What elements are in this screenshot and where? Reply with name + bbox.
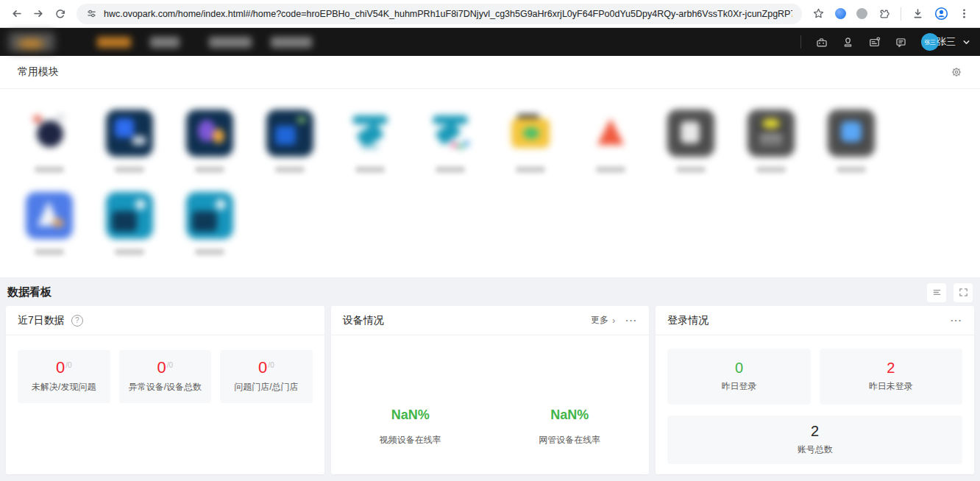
module-item-10[interactable] bbox=[747, 110, 795, 173]
fullscreen-button[interactable] bbox=[954, 283, 973, 302]
data-dashboard-section: 数据看板 近7日数据 ? 0/0 未解决/发现问题 0/0 bbox=[0, 277, 980, 474]
chevron-right-icon: › bbox=[612, 315, 615, 326]
module-item-9[interactable] bbox=[667, 110, 715, 173]
approval-stamp-icon[interactable] bbox=[842, 36, 854, 49]
module-tile-icon-5[interactable] bbox=[347, 110, 394, 157]
module-item-4[interactable] bbox=[266, 110, 314, 173]
stat-yesterday-no-login: 2 昨日未登录 bbox=[820, 349, 962, 405]
downloads-icon[interactable] bbox=[912, 7, 924, 20]
module-tile-icon-13[interactable] bbox=[106, 192, 153, 239]
stat-value: 2 bbox=[887, 360, 895, 375]
browser-forward-button[interactable] bbox=[28, 4, 49, 24]
device-rate-value: NaN% bbox=[391, 407, 430, 423]
more-link[interactable]: 更多› bbox=[591, 314, 615, 327]
workbench-icon[interactable] bbox=[815, 36, 828, 49]
refresh-icon bbox=[54, 8, 66, 20]
browser-refresh-button[interactable] bbox=[50, 4, 71, 24]
stat-value: 0 bbox=[735, 360, 743, 375]
card-week-header: 近7日数据 ? bbox=[6, 306, 324, 335]
module-item-14[interactable] bbox=[185, 192, 234, 255]
browser-address-bar[interactable]: hwc.ovopark.com/home/index.html#/home?co… bbox=[77, 4, 802, 24]
card-login-body: 0 昨日登录 2 昨日未登录 2 账号总数 bbox=[656, 335, 974, 464]
user-menu[interactable]: 张三 张三 bbox=[921, 33, 971, 51]
extension-icon-gray[interactable] bbox=[856, 8, 867, 19]
card-week-data: 近7日数据 ? 0/0 未解决/发现问题 0/0 异常设备/设备总数 0/0 问… bbox=[6, 306, 324, 474]
browser-menu-icon[interactable] bbox=[959, 7, 970, 20]
stat-problem-stores: 0/0 问题门店/总门店 bbox=[220, 350, 313, 403]
module-tile-icon-10[interactable] bbox=[748, 110, 795, 157]
module-tile-icon-8[interactable] bbox=[587, 110, 634, 157]
app-logo-blurred[interactable] bbox=[9, 32, 54, 51]
module-tile-icon-4[interactable] bbox=[266, 110, 313, 157]
card-device-title: 设备情况 bbox=[343, 314, 384, 327]
browser-profile-icon[interactable] bbox=[934, 7, 948, 21]
module-item-8[interactable] bbox=[586, 110, 635, 173]
module-item-7[interactable] bbox=[506, 110, 555, 173]
contact-card-icon[interactable] bbox=[868, 36, 881, 49]
module-item-6[interactable] bbox=[426, 110, 475, 173]
extension-icon-blue[interactable] bbox=[835, 8, 846, 19]
card-menu-icon[interactable]: ··· bbox=[625, 315, 637, 326]
module-item-5[interactable] bbox=[346, 110, 394, 173]
module-label-blurred bbox=[35, 166, 64, 173]
module-label-blurred bbox=[35, 249, 64, 255]
card-login-header: 登录情况 ··· bbox=[656, 306, 974, 335]
card-login-title: 登录情况 bbox=[667, 314, 709, 327]
app-topbar: 张三 张三 bbox=[0, 28, 980, 56]
bookmark-star-icon[interactable] bbox=[812, 7, 825, 20]
module-tile-icon-2[interactable] bbox=[106, 110, 153, 157]
module-label-blurred bbox=[115, 249, 144, 255]
dashboard-header: 数据看板 bbox=[6, 277, 974, 306]
help-icon[interactable]: ? bbox=[71, 315, 83, 327]
stat-total-accounts: 2 账号总数 bbox=[667, 416, 962, 464]
module-item-2[interactable] bbox=[105, 110, 154, 173]
browser-actions bbox=[808, 7, 974, 21]
nav-item-blurred-1[interactable] bbox=[97, 37, 131, 48]
url-text[interactable]: hwc.ovopark.com/home/index.html#/home?co… bbox=[104, 9, 792, 19]
module-label-blurred bbox=[837, 166, 866, 173]
card-menu-icon[interactable]: ··· bbox=[951, 315, 962, 326]
common-modules-section: 常用模块 bbox=[0, 56, 980, 277]
module-tile-icon-11[interactable] bbox=[828, 110, 875, 157]
module-tile-icon-3[interactable] bbox=[186, 110, 233, 157]
stat-unresolved: 0/0 未解决/发现问题 bbox=[18, 350, 110, 403]
module-item-11[interactable] bbox=[827, 110, 876, 173]
module-item-1[interactable] bbox=[25, 110, 74, 173]
module-label-blurred bbox=[596, 166, 625, 173]
stat-label: 异常设备/设备总数 bbox=[129, 381, 202, 393]
extensions-puzzle-icon[interactable] bbox=[878, 7, 890, 20]
back-arrow-icon bbox=[10, 7, 23, 20]
stat-yesterday-login: 0 昨日登录 bbox=[667, 349, 810, 405]
module-item-3[interactable] bbox=[185, 110, 234, 173]
module-tile-icon-1[interactable] bbox=[26, 110, 73, 157]
nav-item-blurred-3[interactable] bbox=[209, 37, 252, 48]
list-view-button[interactable] bbox=[927, 283, 946, 302]
module-label-blurred bbox=[676, 166, 706, 173]
card-week-title: 近7日数据 bbox=[18, 314, 65, 327]
module-tile-icon-7[interactable] bbox=[507, 110, 554, 157]
module-tile-icon-9[interactable] bbox=[667, 110, 714, 157]
stat-label: 未解决/发现问题 bbox=[32, 381, 96, 393]
stat-value: 0/0 bbox=[56, 360, 72, 376]
module-label-blurred bbox=[516, 166, 545, 173]
gear-icon[interactable] bbox=[951, 66, 962, 78]
device-online-network: NaN% 网管设备在线率 bbox=[490, 335, 649, 446]
site-settings-icon[interactable] bbox=[86, 8, 97, 19]
stat-label: 昨日未登录 bbox=[869, 380, 913, 393]
nav-item-blurred-2[interactable] bbox=[150, 37, 180, 48]
device-rate-value: NaN% bbox=[550, 407, 589, 423]
card-week-body: 0/0 未解决/发现问题 0/0 异常设备/设备总数 0/0 问题门店/总门店 bbox=[6, 335, 324, 403]
module-tile-icon-6[interactable] bbox=[427, 110, 474, 157]
module-item-13[interactable] bbox=[105, 192, 154, 255]
module-tile-icon-12[interactable] bbox=[26, 192, 73, 239]
browser-back-button[interactable] bbox=[6, 4, 26, 24]
toolbar-divider bbox=[901, 7, 901, 21]
chevron-down-icon bbox=[962, 38, 971, 47]
module-label-blurred bbox=[195, 249, 224, 255]
nav-item-blurred-4[interactable] bbox=[271, 37, 312, 48]
module-label-blurred bbox=[275, 166, 305, 173]
module-tile-icon-14[interactable] bbox=[186, 192, 233, 239]
modules-header: 常用模块 bbox=[0, 56, 980, 89]
module-item-12[interactable] bbox=[25, 192, 74, 255]
message-icon[interactable] bbox=[895, 36, 907, 49]
